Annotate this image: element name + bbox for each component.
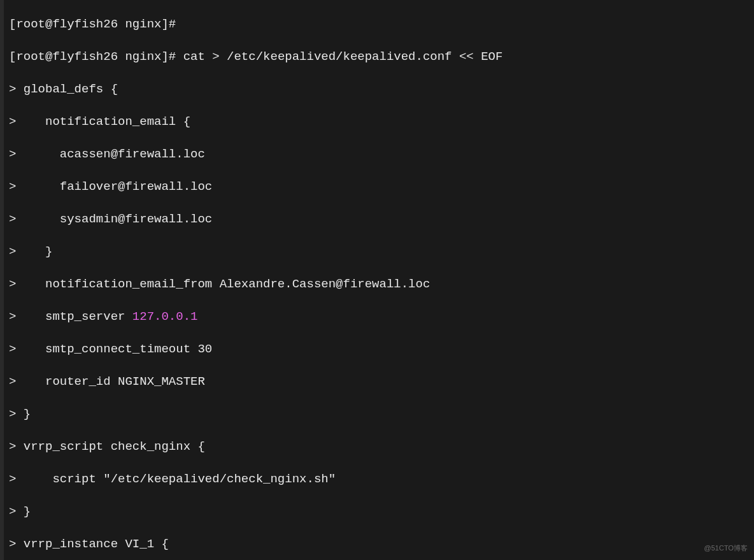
heredoc-line: > router_id NGINX_MASTER: [9, 374, 749, 391]
heredoc-line: > vrrp_script check_nginx {: [9, 439, 749, 456]
heredoc-line: > global_defs {: [9, 82, 749, 98]
heredoc-line: > acassen@firewall.loc: [9, 147, 749, 163]
heredoc-line: > smtp_connect_timeout 30: [9, 341, 749, 358]
heredoc-line: > notification_email {: [9, 114, 749, 131]
command-text: cat > /etc/keepalived/keepalived.conf <<…: [183, 50, 503, 64]
ip-address: 127.0.0.1: [132, 310, 198, 324]
heredoc-line: > vrrp_instance VI_1 {: [9, 536, 749, 553]
watermark-label: @51CTO博客: [704, 540, 748, 557]
prompt-line-prev: [root@flyfish26 nginx]#: [9, 17, 749, 33]
heredoc-line: > sysadmin@firewall.loc: [9, 212, 749, 228]
heredoc-line: > script "/etc/keepalived/check_nginx.sh…: [9, 471, 749, 488]
heredoc-line: > }: [9, 504, 749, 521]
shell-prompt: [root@flyfish26 nginx]#: [9, 17, 176, 31]
heredoc-line: > notification_email_from Alexandre.Cass…: [9, 276, 749, 293]
shell-prompt: [root@flyfish26 nginx]#: [9, 50, 183, 64]
heredoc-line: > smtp_server 127.0.0.1: [9, 309, 749, 326]
heredoc-line: > }: [9, 406, 749, 423]
prompt-line-cmd: [root@flyfish26 nginx]# cat > /etc/keepa…: [9, 49, 749, 66]
terminal-output[interactable]: [root@flyfish26 nginx]# [root@flyfish26 …: [0, 0, 754, 560]
heredoc-line: > }: [9, 244, 749, 261]
heredoc-line: > failover@firewall.loc: [9, 179, 749, 196]
